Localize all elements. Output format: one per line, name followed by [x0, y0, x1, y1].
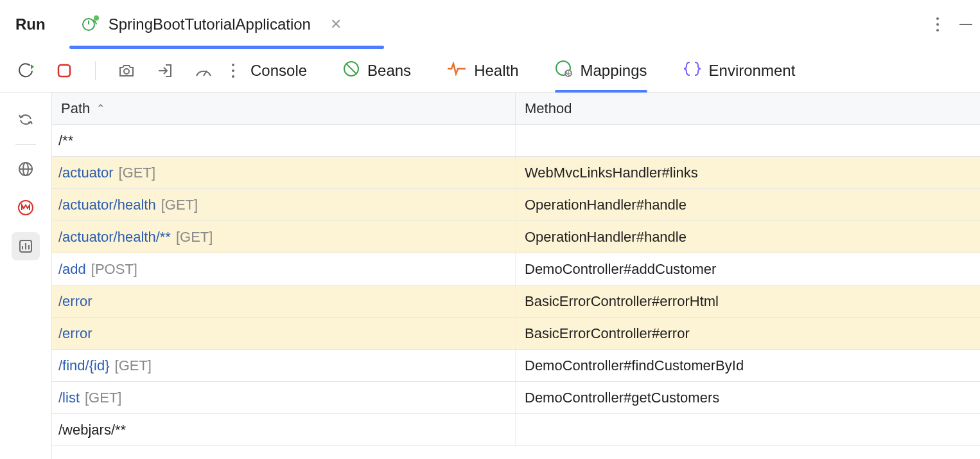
- cell-method: DemoController#addCustomer: [516, 253, 980, 285]
- cell-method: BasicErrorController#error: [516, 318, 980, 349]
- globe-icon[interactable]: [12, 155, 40, 183]
- maven-icon[interactable]: [12, 194, 40, 222]
- column-header-method-label: Method: [525, 100, 572, 117]
- table-row[interactable]: /errorBasicErrorController#error: [52, 318, 980, 350]
- path-text[interactable]: /list: [58, 390, 80, 406]
- path-text[interactable]: /error: [58, 293, 92, 310]
- path-text[interactable]: /actuator/health: [58, 197, 156, 213]
- cell-method: BasicErrorController#errorHtml: [516, 285, 980, 317]
- tab-health[interactable]: Health: [447, 49, 518, 93]
- tab-mappings[interactable]: Mappings: [555, 49, 647, 93]
- cell-method: DemoController#getCustomers: [516, 382, 980, 413]
- svg-point-11: [19, 201, 33, 215]
- svg-line-5: [346, 64, 356, 74]
- actuator-subtabs: Console Beans Health Mappings Environmen…: [0, 49, 980, 93]
- http-method-text: [GET]: [176, 229, 213, 246]
- beans-disabled-icon: [343, 60, 360, 81]
- tab-beans-label: Beans: [367, 62, 411, 80]
- table-row[interactable]: /find/{id} [GET]DemoController#findCusto…: [52, 350, 980, 382]
- titlebar: Run SpringBootTutorialApplication ✕: [0, 0, 980, 49]
- tab-environment[interactable]: Environment: [683, 49, 796, 93]
- column-header-method[interactable]: Method: [516, 93, 980, 124]
- main-area: Path ⌃ Method /**/actuator [GET]WebMvcLi…: [0, 93, 980, 459]
- cell-path: /list [GET]: [52, 382, 516, 413]
- table-row[interactable]: /actuator/health [GET]OperationHandler#h…: [52, 189, 980, 221]
- run-configuration-name: SpringBootTutorialApplication: [109, 15, 311, 33]
- path-text[interactable]: /actuator/health/**: [58, 229, 171, 246]
- tab-console[interactable]: Console: [250, 49, 307, 93]
- http-method-text: [GET]: [115, 357, 152, 374]
- cell-method: WebMvcLinksHandler#links: [516, 157, 980, 188]
- table-header: Path ⌃ Method: [52, 93, 980, 125]
- svg-point-1: [94, 15, 99, 21]
- side-toolbar: [0, 93, 51, 459]
- more-icon[interactable]: [936, 17, 939, 32]
- table-row[interactable]: /webjars/**: [52, 414, 980, 446]
- run-configuration-tab[interactable]: SpringBootTutorialApplication ✕: [82, 0, 342, 49]
- mappings-globe-icon: [555, 60, 573, 82]
- table-row[interactable]: /actuator [GET]WebMvcLinksHandler#links: [52, 157, 980, 189]
- minimize-icon[interactable]: [959, 24, 972, 25]
- path-text[interactable]: /actuator: [58, 165, 114, 181]
- cell-path: /actuator/health/** [GET]: [52, 221, 516, 253]
- cell-method: [516, 125, 980, 156]
- close-icon[interactable]: ✕: [330, 17, 342, 32]
- run-tool-window-label: Run: [15, 15, 46, 33]
- table-row[interactable]: /list [GET]DemoController#getCustomers: [52, 382, 980, 414]
- mappings-table: Path ⌃ Method /**/actuator [GET]WebMvcLi…: [51, 93, 980, 459]
- table-body: /**/actuator [GET]WebMvcLinksHandler#lin…: [52, 125, 980, 446]
- cell-path: /add [POST]: [52, 253, 516, 285]
- cell-path: /find/{id} [GET]: [52, 350, 516, 381]
- cell-path: /error: [52, 318, 516, 349]
- tab-mappings-label: Mappings: [581, 62, 647, 80]
- column-header-path-label: Path: [61, 100, 90, 117]
- table-row[interactable]: /errorBasicErrorController#errorHtml: [52, 285, 980, 318]
- http-method-text: [POST]: [91, 261, 137, 278]
- spring-run-icon: [82, 15, 101, 34]
- sort-ascending-icon: ⌃: [96, 102, 105, 114]
- cell-method: OperationHandler#handle: [516, 189, 980, 221]
- cell-method: [516, 414, 980, 446]
- path-text: /**: [58, 132, 73, 149]
- http-method-text: [GET]: [161, 197, 198, 213]
- table-row[interactable]: /add [POST]DemoController#addCustomer: [52, 253, 980, 285]
- tab-environment-label: Environment: [709, 62, 796, 80]
- tab-beans[interactable]: Beans: [343, 49, 411, 93]
- side-separator: [15, 144, 36, 145]
- cell-path: /error: [52, 285, 516, 317]
- table-row[interactable]: /**: [52, 125, 980, 157]
- cell-method: OperationHandler#handle: [516, 221, 980, 253]
- cell-path: /actuator/health [GET]: [52, 189, 516, 221]
- http-method-text: [GET]: [85, 390, 121, 406]
- refresh-icon[interactable]: [12, 105, 40, 134]
- cell-path: /actuator [GET]: [52, 157, 516, 188]
- path-text: /webjars/**: [58, 422, 126, 438]
- path-text[interactable]: /add: [58, 261, 86, 278]
- diagram-icon[interactable]: [12, 232, 40, 260]
- table-row[interactable]: /actuator/health/** [GET]OperationHandle…: [52, 221, 980, 253]
- cell-path: /webjars/**: [52, 414, 516, 446]
- path-text[interactable]: /find/{id}: [58, 357, 110, 374]
- column-header-path[interactable]: Path ⌃: [52, 93, 516, 124]
- cell-path: /**: [52, 125, 516, 156]
- health-pulse-icon: [447, 62, 466, 80]
- path-text[interactable]: /error: [58, 325, 92, 342]
- cell-method: DemoController#findCustomerById: [516, 350, 980, 381]
- tab-console-label: Console: [250, 62, 307, 80]
- tab-health-label: Health: [474, 62, 518, 80]
- http-method-text: [GET]: [119, 165, 155, 181]
- environment-braces-icon: [683, 60, 701, 81]
